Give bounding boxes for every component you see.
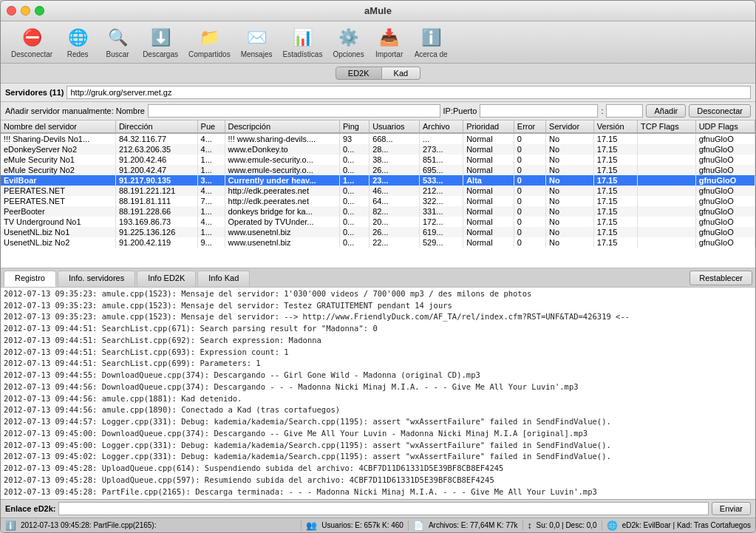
col-tcp[interactable]: TCP Flags bbox=[637, 120, 695, 133]
main-window: aMule ⛔Desconectar🌐Redes🔍Buscar⬇️Descarg… bbox=[0, 0, 756, 533]
elink-bar: Enlace eD2k: Enviar bbox=[1, 499, 755, 517]
window-controls bbox=[7, 6, 44, 16]
log-line: 2012-07-13 09:44:51: SearchList.cpp(699)… bbox=[4, 358, 752, 370]
bottom-section: Registro Info. servidores Info ED2K Info… bbox=[1, 268, 755, 499]
log-line: 2012-07-13 09:45:00: DownloadQueue.cpp(3… bbox=[4, 428, 752, 440]
log-line: 2012-07-13 09:44:56: amule.cpp(1881): Ka… bbox=[4, 393, 752, 405]
toolbar-icon-redes: 🌐 bbox=[66, 26, 89, 50]
status-divider-3 bbox=[522, 520, 523, 531]
ed2k-button[interactable]: ED2K bbox=[336, 67, 382, 80]
toolbar-label-redes: Redes bbox=[67, 50, 89, 58]
tab-info-servidores[interactable]: Info. servidores bbox=[58, 271, 135, 287]
table-row[interactable]: !!! Sharing-Devils No1...84.32.116.774..… bbox=[1, 133, 755, 144]
table-row[interactable]: PEERATES.NET88.191.81.1117...http://edk.… bbox=[1, 196, 755, 206]
statusbar: ℹ️ 2012-07-13 09:45:28: PartFile.cpp(216… bbox=[1, 517, 755, 532]
log-container[interactable]: 2012-07-13 09:35:23: amule.cpp(1523): Me… bbox=[1, 288, 755, 499]
window-title: aMule bbox=[364, 5, 392, 16]
toolbar-icon-compartidos: 📁 bbox=[197, 26, 221, 50]
log-line: 2012-07-13 09:35:23: amule.cpp(1523): Me… bbox=[4, 311, 752, 323]
server-url-input[interactable] bbox=[67, 86, 751, 99]
titlebar: aMule bbox=[1, 1, 755, 21]
kad-button[interactable]: Kad bbox=[382, 67, 421, 80]
table-row[interactable]: PEERATES.NET88.191.221.1214...http://edk… bbox=[1, 186, 755, 196]
reset-button[interactable]: Restablecer bbox=[689, 271, 752, 285]
log-line: 2012-07-13 09:44:57: Logger.cpp(331): De… bbox=[4, 416, 752, 428]
col-ping[interactable]: Ping bbox=[339, 120, 369, 133]
status-divider-2 bbox=[408, 520, 409, 531]
server-table-container[interactable]: Nombre del servidor Dirección Pue Descri… bbox=[1, 120, 755, 268]
table-row[interactable]: UsenetNL.biz No291.200.42.1199...www.use… bbox=[1, 237, 755, 248]
tab-bar: Registro Info. servidores Info ED2K Info… bbox=[1, 268, 755, 288]
toolbar-item-acercade[interactable]: ℹ️Acerca de bbox=[410, 24, 452, 60]
table-row[interactable]: EvilBoar91.217.90.1353...Currently under… bbox=[1, 175, 755, 186]
table-row[interactable]: UsenetNL.biz No191.225.136.1261...www.us… bbox=[1, 227, 755, 237]
toolbar-icon-estadisticas: 📊 bbox=[290, 26, 314, 50]
minimize-button[interactable] bbox=[21, 6, 30, 16]
toolbar-label-compartidos: Compartidos bbox=[188, 50, 231, 58]
toolbar: ⛔Desconectar🌐Redes🔍Buscar⬇️Descargas📁Com… bbox=[1, 21, 755, 64]
statusbar-ed2k-kad: eD2k: EvilBoar | Kad: Tras Cortafuegos bbox=[622, 521, 751, 529]
table-row[interactable]: TV Underground No1193.169.86.734...Opera… bbox=[1, 217, 755, 227]
col-users[interactable]: Usuarios bbox=[370, 120, 420, 133]
close-button[interactable] bbox=[7, 6, 16, 16]
send-button[interactable]: Enviar bbox=[712, 502, 751, 515]
maximize-button[interactable] bbox=[35, 6, 44, 16]
toolbar-icon-desconectar: ⛔ bbox=[20, 26, 44, 50]
col-address[interactable]: Dirección bbox=[115, 120, 197, 133]
statusbar-transfer: Su: 0,0 | Desc: 0,0 bbox=[537, 521, 597, 529]
toolbar-item-compartidos[interactable]: 📁Compartidos bbox=[184, 24, 235, 60]
log-line: 2012-07-13 09:45:28: UploadQueue.cpp(614… bbox=[4, 463, 752, 475]
col-name[interactable]: Nombre del servidor bbox=[1, 120, 115, 133]
log-line: 2012-07-13 09:35:23: amule.cpp(1523): Me… bbox=[4, 300, 752, 312]
colon-separator: : bbox=[601, 106, 603, 115]
tab-info-kad[interactable]: Info Kad bbox=[197, 271, 250, 287]
toolbar-icon-descargas: ⬇️ bbox=[149, 26, 172, 50]
server-name-input[interactable] bbox=[148, 104, 440, 118]
server-table: Nombre del servidor Dirección Pue Descri… bbox=[1, 120, 755, 248]
status-divider-4 bbox=[602, 520, 602, 531]
log-line: 2012-07-13 09:44:51: SearchList.cpp(692)… bbox=[4, 335, 752, 347]
toolbar-item-opciones[interactable]: ⚙️Opciones bbox=[328, 24, 368, 60]
log-line: 2012-07-13 09:45:00: Logger.cpp(331): De… bbox=[4, 440, 752, 452]
table-row[interactable]: eMule Security No291.200.42.471...www.em… bbox=[1, 165, 755, 175]
toolbar-item-redes[interactable]: 🌐Redes bbox=[58, 24, 97, 60]
col-server[interactable]: Servidor bbox=[546, 120, 594, 133]
server-title: Servidores (11) bbox=[5, 88, 64, 97]
disconnect-server-button[interactable]: Desconectar bbox=[689, 104, 751, 118]
statusbar-files: Archivos: E: 77,64M K: 77k bbox=[429, 521, 518, 529]
log-line: 2012-07-13 09:45:28: UploadQueue.cpp(597… bbox=[4, 475, 752, 486]
table-row[interactable]: eDonkeyServer No2212.63.206.354...www.eD… bbox=[1, 144, 755, 155]
tab-info-ed2k[interactable]: Info ED2K bbox=[137, 271, 196, 287]
status-transfer-icon: ↕️ bbox=[528, 520, 532, 531]
log-line: 2012-07-13 09:45:28: PartFile.cpp(2165):… bbox=[4, 486, 752, 498]
tab-registro[interactable]: Registro bbox=[4, 271, 56, 287]
status-users-icon: 👥 bbox=[306, 520, 317, 531]
toolbar-item-estadisticas[interactable]: 📊Estadísticas bbox=[278, 24, 327, 60]
col-desc[interactable]: Descripción bbox=[225, 120, 339, 133]
col-files[interactable]: Archivo bbox=[419, 120, 463, 133]
add-server-button[interactable]: Añadir bbox=[646, 104, 686, 118]
ip-port-input[interactable] bbox=[480, 104, 598, 118]
table-row[interactable]: eMule Security No191.200.42.461...www.em… bbox=[1, 155, 755, 165]
col-port[interactable]: Pue bbox=[197, 120, 225, 133]
col-version[interactable]: Versión bbox=[593, 120, 637, 133]
toolbar-item-mensajes[interactable]: ✉️Mensajes bbox=[236, 24, 277, 60]
status-divider-1 bbox=[301, 520, 302, 531]
statusbar-users: Usuarios: E: 657k K: 460 bbox=[321, 521, 403, 529]
toolbar-icon-mensajes: ✉️ bbox=[245, 26, 268, 50]
main-content: Nombre del servidor Dirección Pue Descri… bbox=[1, 120, 755, 499]
table-row[interactable]: PeerBooter88.191.228.661...donkeys bridg… bbox=[1, 206, 755, 217]
elink-input[interactable] bbox=[58, 502, 708, 515]
toolbar-item-buscar[interactable]: 🔍Buscar bbox=[98, 24, 137, 60]
col-priority[interactable]: Prioridad bbox=[463, 120, 514, 133]
toolbar-label-desconectar: Desconectar bbox=[11, 50, 52, 58]
col-error[interactable]: Error bbox=[514, 120, 545, 133]
toolbar-item-descargas[interactable]: ⬇️Descargas bbox=[138, 24, 183, 60]
status-files-icon: 📄 bbox=[413, 520, 424, 531]
log-line: 2012-07-13 09:35:23: amule.cpp(1523): Me… bbox=[4, 288, 752, 300]
port-input[interactable] bbox=[606, 104, 643, 118]
col-udp[interactable]: UDP Flags bbox=[695, 120, 755, 133]
toolbar-item-importar[interactable]: 📥Importar bbox=[370, 24, 409, 60]
toolbar-label-importar: Importar bbox=[375, 50, 403, 58]
toolbar-item-desconectar[interactable]: ⛔Desconectar bbox=[7, 24, 57, 60]
